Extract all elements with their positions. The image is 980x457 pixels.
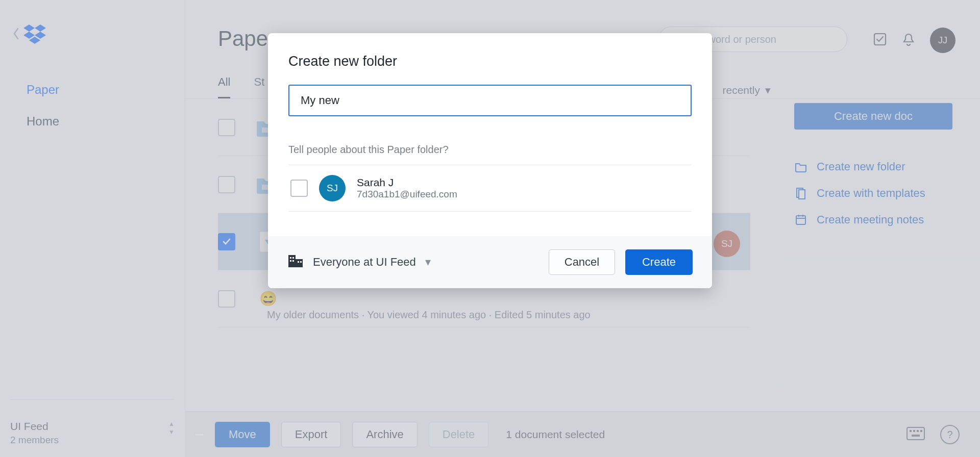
person-name: Sarah J bbox=[357, 176, 457, 189]
building-icon bbox=[287, 253, 304, 271]
person-email: 7d30a1b1@uifeed.com bbox=[357, 189, 457, 200]
svg-rect-29 bbox=[300, 261, 302, 263]
svg-rect-27 bbox=[292, 260, 294, 262]
person-avatar: SJ bbox=[319, 175, 346, 201]
svg-rect-23 bbox=[296, 259, 303, 267]
svg-rect-28 bbox=[298, 261, 299, 263]
create-folder-modal: Create new folder Tell people about this… bbox=[268, 33, 712, 288]
person-checkbox[interactable] bbox=[290, 180, 308, 197]
svg-rect-25 bbox=[292, 257, 294, 259]
modal-title: Create new folder bbox=[288, 54, 692, 69]
share-person-row[interactable]: SJ Sarah J 7d30a1b1@uifeed.com bbox=[288, 165, 692, 212]
svg-rect-24 bbox=[290, 257, 291, 259]
svg-rect-26 bbox=[290, 260, 291, 262]
tell-people-label: Tell people about this Paper folder? bbox=[288, 144, 692, 156]
cancel-button[interactable]: Cancel bbox=[549, 249, 615, 275]
create-button[interactable]: Create bbox=[625, 249, 693, 275]
svg-rect-22 bbox=[288, 255, 296, 267]
chevron-down-icon: ▾ bbox=[425, 256, 431, 269]
folder-name-input[interactable] bbox=[288, 85, 692, 116]
audience-selector[interactable]: Everyone at UI Feed ▾ bbox=[287, 253, 431, 271]
